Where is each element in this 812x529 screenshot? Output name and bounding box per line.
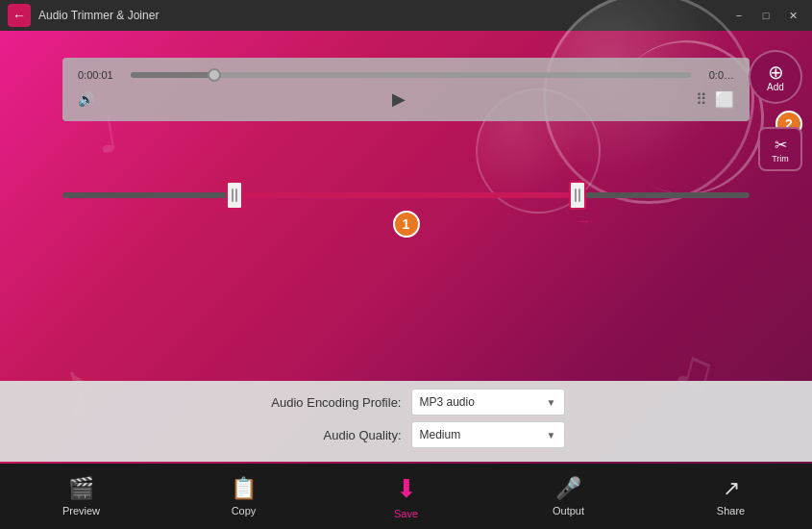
arrow-right-icon: → — [575, 212, 592, 232]
add-icon: ⊕ — [768, 63, 784, 82]
encoding-quality-select[interactable]: Medium ▼ — [411, 421, 565, 448]
badge-1: 1 — [393, 211, 420, 238]
back-button[interactable]: ← — [8, 4, 31, 27]
trim-button[interactable]: ✂ Trim — [758, 127, 802, 171]
toolbar-item-save[interactable]: ⬇ Save — [368, 474, 445, 519]
window-controls: − □ ✕ — [727, 6, 804, 25]
preview-label: Preview — [62, 505, 100, 516]
play-center: ▶ — [102, 88, 696, 110]
arrow-left-icon: ← — [220, 212, 237, 232]
bottom-toolbar: 🎬 Preview 📋 Copy ⬇ Save 🎤 Output ↗ Share — [0, 464, 812, 529]
encoding-quality-label: Audio Quality: — [248, 428, 402, 442]
trim-label: Trim — [772, 154, 789, 164]
volume-icon[interactable]: 🔊 — [78, 91, 94, 107]
trim-track[interactable] — [62, 192, 750, 198]
toolbar-item-preview[interactable]: 🎬 Preview — [43, 476, 120, 516]
progress-thumb[interactable] — [208, 68, 221, 82]
encoding-quality-row: Audio Quality: Medium ▼ — [19, 421, 793, 448]
copy-label: Copy — [232, 505, 257, 516]
add-label: Add — [767, 82, 784, 92]
progress-row: 0:00:01 0:0… — [78, 69, 734, 81]
close-button[interactable]: ✕ — [781, 6, 804, 25]
handle-line — [235, 189, 237, 202]
right-icons: ⠿ ⬜ — [696, 90, 734, 109]
encoding-profile-value: MP3 audio — [420, 395, 475, 409]
save-label: Save — [394, 508, 418, 519]
add-button[interactable]: ⊕ Add — [749, 50, 802, 104]
handle-line — [578, 189, 580, 202]
toolbar-item-share[interactable]: ↗ Share — [693, 476, 770, 516]
trim-handle-right[interactable] — [569, 181, 586, 210]
handle-line — [232, 189, 234, 202]
encoding-profile-row: Audio Encoding Profile: MP3 audio ▼ — [19, 389, 793, 416]
grid-icon[interactable]: ⠿ — [696, 90, 707, 109]
toolbar-item-copy[interactable]: 📋 Copy — [206, 476, 283, 516]
trim-arrows: ← 1 → — [220, 212, 591, 232]
toolbar-item-output[interactable]: 🎤 Output — [530, 476, 607, 516]
encoding-profile-label: Audio Encoding Profile: — [248, 395, 402, 410]
minimize-button[interactable]: − — [727, 6, 750, 25]
play-button[interactable]: ▶ — [392, 88, 406, 110]
save-icon: ⬇ — [396, 474, 417, 504]
time-start: 0:00:01 — [78, 69, 121, 81]
share-label: Share — [717, 505, 745, 516]
progress-track[interactable] — [131, 72, 691, 78]
handle-line — [575, 189, 577, 202]
trim-icon: ✂ — [775, 136, 787, 154]
output-label: Output — [553, 505, 584, 516]
time-end: 0:0… — [701, 69, 734, 81]
trim-area: ← 1 → — [62, 192, 750, 198]
trim-selected-range — [234, 192, 578, 198]
player-panel: 0:00:01 0:0… 🔊 ▶ ⠿ ⬜ — [62, 58, 750, 121]
preview-icon: 🎬 — [68, 476, 94, 501]
share-icon: ↗ — [723, 476, 740, 501]
maximize-button[interactable]: □ — [754, 6, 777, 25]
copy-icon: 📋 — [231, 476, 257, 501]
trim-handle-left[interactable] — [226, 181, 243, 210]
chevron-down-icon: ▼ — [547, 430, 556, 441]
main-content: ♪ ♫ ♩ 0:00:01 0:0… 🔊 ▶ ⠿ ⬜ — [0, 31, 812, 529]
controls-row: 🔊 ▶ ⠿ ⬜ — [78, 88, 734, 110]
encoding-profile-select[interactable]: MP3 audio ▼ — [411, 389, 565, 416]
output-icon: 🎤 — [555, 476, 581, 501]
encoding-section: Audio Encoding Profile: MP3 audio ▼ Audi… — [0, 381, 812, 462]
encoding-quality-value: Medium — [420, 428, 461, 441]
screen-icon[interactable]: ⬜ — [715, 90, 734, 109]
progress-fill — [131, 72, 214, 78]
chevron-down-icon: ▼ — [547, 397, 556, 408]
